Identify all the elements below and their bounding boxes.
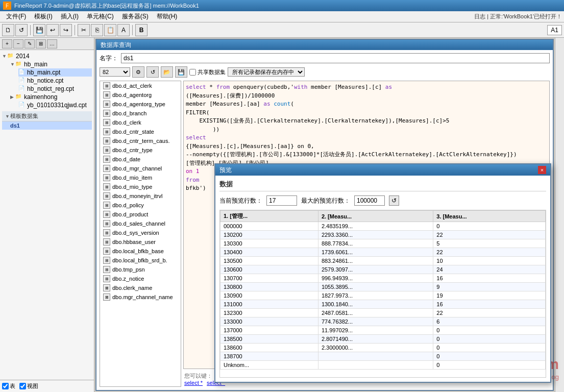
table-item-2[interactable]: ⊞ dbo.d_agentorg_type bbox=[100, 100, 181, 109]
file-hb-notice-cpt[interactable]: 📄 hb_notice.cpt bbox=[18, 77, 92, 85]
table-item-22[interactable]: ⊠ dbo.clerk_name bbox=[100, 283, 181, 292]
ds1-item[interactable]: ds1 bbox=[2, 121, 92, 130]
table-item-9[interactable]: ⊞ dbo.d_mgr_channel bbox=[100, 164, 181, 173]
preview-close-btn[interactable]: × bbox=[538, 166, 546, 174]
file-hb-notict-reg-cpt[interactable]: 📄 hb_notict_reg.cpt bbox=[18, 85, 92, 93]
toolbar-refresh[interactable]: ↺ bbox=[15, 24, 28, 36]
table-item-1[interactable]: ⊞ dbo.d_agentorg bbox=[100, 90, 181, 100]
table-icon: ⊠ bbox=[103, 284, 110, 291]
toolbar-cut[interactable]: ✂ bbox=[78, 24, 90, 36]
toolbar-save[interactable]: 💾 bbox=[33, 24, 45, 36]
table-item-19[interactable]: ⊞ dbo.local_bfkb_srd_b. bbox=[100, 256, 181, 265]
db-refresh-btn[interactable]: ↺ bbox=[146, 66, 159, 78]
cell-10-0: 132300 bbox=[220, 309, 318, 317]
max-rows-input[interactable] bbox=[354, 195, 385, 206]
db-toolbar: 82 ⚙ ↺ 📂 💾 共享数据集 所有记录都保存在内存中 bbox=[100, 66, 550, 78]
table-item-23[interactable]: ⊠ dbo.mgr_channel_name bbox=[100, 292, 181, 302]
menu-server[interactable]: 服务器(S) bbox=[118, 11, 153, 22]
tree-folder-kaimenhong[interactable]: ▶ 📁 kaimenhong bbox=[10, 93, 92, 101]
table-item-5[interactable]: ⊞ dbo.d_cntr_state bbox=[100, 127, 181, 136]
table-icon: ⊞ bbox=[103, 275, 110, 282]
col-header-1: 1. [管理... bbox=[220, 211, 318, 222]
hint-link-1[interactable]: select * bbox=[184, 380, 203, 386]
db-query-title-text: 数据库查询 bbox=[101, 41, 131, 50]
db-save-btn[interactable]: 💾 bbox=[175, 66, 187, 78]
table-item-12[interactable]: ⊞ dbo.d_moneyin_itrvl bbox=[100, 191, 181, 201]
menu-template[interactable]: 模板(I) bbox=[30, 11, 56, 22]
table-row: 0000002.4835199...0 bbox=[220, 222, 546, 231]
toolbar-bold[interactable]: B bbox=[135, 24, 148, 36]
tree-add-btn[interactable]: + bbox=[2, 39, 12, 48]
cell-7-0: 130800 bbox=[220, 283, 318, 291]
table-item-3[interactable]: ⊞ dbo.d_branch bbox=[100, 109, 181, 118]
file-hbnotictreg-label: hb_notict_reg.cpt bbox=[27, 85, 74, 92]
cell-reference[interactable]: A1 bbox=[547, 25, 562, 35]
table-list: ⊞ dbo.d_act_clerk ⊞ dbo.d_agentorg ⊞ dbo… bbox=[100, 81, 181, 387]
toolbar-new[interactable]: 🗋 bbox=[2, 24, 14, 36]
menu-bar: 文件(F) 模板(I) 插入(I) 单元格(C) 服务器(S) 帮助(H) 日志… bbox=[0, 11, 564, 22]
checkbox-view[interactable]: 视图 bbox=[19, 382, 38, 390]
db-select[interactable]: 82 bbox=[100, 67, 130, 77]
storage-select[interactable]: 所有记录都保存在内存中 bbox=[228, 67, 305, 77]
table-item-8[interactable]: ⊞ dbo.d_date bbox=[100, 155, 181, 164]
tree-more-btn[interactable]: … bbox=[47, 39, 57, 48]
file-yb-label: yb_01010331qjwd.cpt bbox=[27, 102, 87, 109]
datasource-section[interactable]: ▼ 模板数据集 bbox=[2, 111, 92, 121]
db-settings-btn[interactable]: ⚙ bbox=[132, 66, 144, 78]
cell-12-2: 0 bbox=[433, 326, 546, 335]
table-item-17[interactable]: ⊞ dbo.hbbase_user bbox=[100, 237, 181, 247]
menu-cell[interactable]: 单元格(C) bbox=[83, 11, 118, 22]
view-label: 视图 bbox=[27, 382, 38, 390]
cell-3-0: 130400 bbox=[220, 248, 318, 257]
table-item-6[interactable]: ⊞ dbo.d_cntr_term_caus. bbox=[100, 136, 181, 145]
name-input[interactable] bbox=[121, 53, 550, 63]
table-item-7[interactable]: ⊞ dbo.d_cntr_type bbox=[100, 145, 181, 155]
toolbar-paste[interactable]: 📋 bbox=[104, 24, 116, 36]
shared-checkbox[interactable] bbox=[189, 69, 196, 76]
table-item-11[interactable]: ⊞ dbo.d_mio_type bbox=[100, 182, 181, 191]
table-icon: ⊞ bbox=[103, 229, 110, 236]
cell-5-2: 24 bbox=[433, 265, 546, 274]
toolbar-undo[interactable]: ↩ bbox=[46, 24, 59, 36]
refresh-btn[interactable]: ↺ bbox=[389, 195, 399, 206]
table-item-13[interactable]: ⊞ dbo.d_policy bbox=[100, 201, 181, 210]
tree-folder-2014[interactable]: ▼ 📁 2014 bbox=[2, 52, 92, 60]
folder-icon: 📁 bbox=[7, 53, 14, 60]
file-yb[interactable]: 📄 yb_01010331qjwd.cpt bbox=[18, 101, 92, 109]
tree-edit-btn[interactable]: ✎ bbox=[24, 39, 35, 48]
file-hb-main-cpt[interactable]: 📄 hb_main.cpt bbox=[18, 68, 92, 77]
tree-delete-btn[interactable]: − bbox=[13, 39, 23, 48]
toolbar-redo[interactable]: ↪ bbox=[60, 24, 72, 36]
table-item-4[interactable]: ⊞ dbo.d_clerk bbox=[100, 118, 181, 127]
tree-folder-hbmain[interactable]: ▼ 📁 hb_main bbox=[10, 60, 92, 68]
preview-dialog: 预览 × 数据 当前预览行数： 最大的预览行数： ↺ 1. [管理... 2. … bbox=[214, 163, 551, 383]
file-hbnotice-label: hb_notice.cpt bbox=[27, 77, 63, 84]
table-checkbox[interactable] bbox=[2, 383, 9, 389]
table-item-0[interactable]: ⊞ dbo.d_act_clerk bbox=[100, 81, 181, 90]
menu-insert[interactable]: 插入(I) bbox=[57, 11, 83, 22]
tree-expand-btn[interactable]: ⊞ bbox=[36, 39, 46, 48]
table-row: 130700996.94939...16 bbox=[220, 274, 546, 283]
table-icon: ⊞ bbox=[103, 91, 110, 99]
table-row: 1387000 bbox=[220, 352, 546, 361]
table-row: 1304001739.6061...22 bbox=[220, 248, 546, 257]
toolbar-copy[interactable]: ⎘ bbox=[91, 24, 103, 36]
preview-section-title: 数据 bbox=[219, 180, 546, 191]
table-item-20[interactable]: ⊞ dbo.tmp_psn bbox=[100, 265, 181, 274]
checkbox-table[interactable]: 表 bbox=[2, 382, 15, 390]
table-item-21[interactable]: ⊞ dbo.z_notice bbox=[100, 274, 181, 283]
table-item-16[interactable]: ⊞ dbo.d_sys_version bbox=[100, 228, 181, 237]
table-item-15[interactable]: ⊞ dbo.d_sales_channel bbox=[100, 219, 181, 228]
menu-file[interactable]: 文件(F) bbox=[2, 11, 30, 22]
table-item-18[interactable]: ⊞ dbo.local_bfkb_base bbox=[100, 247, 181, 256]
table-item-10[interactable]: ⊞ dbo.d_mio_item bbox=[100, 173, 181, 182]
table-item-14[interactable]: ⊞ dbo.d_product bbox=[100, 210, 181, 219]
tree-toolbar: + − ✎ ⊞ … bbox=[0, 38, 94, 50]
toolbar-format[interactable]: A bbox=[117, 24, 130, 36]
table-row: 130500883.24861...10 bbox=[220, 257, 546, 265]
view-checkbox[interactable] bbox=[19, 383, 26, 389]
db-open-btn[interactable]: 📂 bbox=[161, 66, 173, 78]
menu-help[interactable]: 帮助(H) bbox=[153, 11, 182, 22]
shared-check[interactable]: 共享数据集 bbox=[189, 68, 226, 76]
current-rows-input[interactable] bbox=[266, 195, 297, 206]
